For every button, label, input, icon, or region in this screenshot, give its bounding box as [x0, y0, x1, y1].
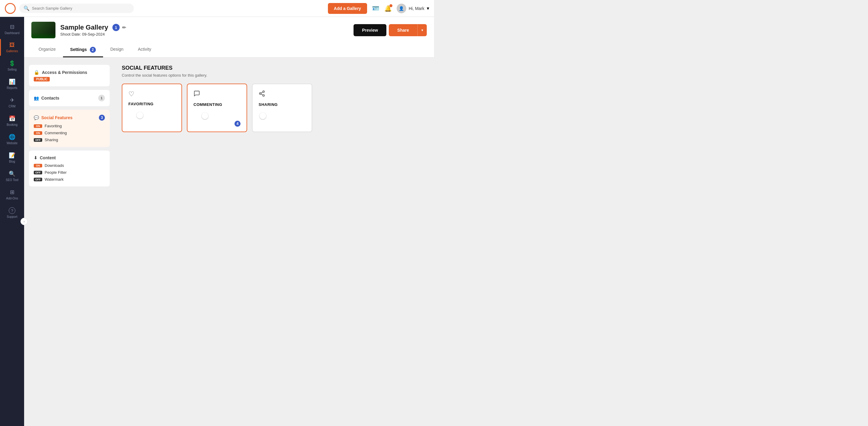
gallery-title-row: Sample Gallery 1 ✏ Shoot Date: 09-Sep-20…: [31, 22, 427, 38]
app-logo[interactable]: [5, 3, 16, 14]
watermark-label: Watermark: [44, 177, 64, 181]
sidebar-item-selling[interactable]: 💲 Selling: [0, 57, 24, 74]
info-icon: 🪪: [372, 5, 379, 12]
contacts-section-header: 👥 Contacts 1: [34, 95, 105, 102]
commenting-card: COMMENTING 4: [187, 84, 247, 132]
social-item-favoriting: ON Favoriting: [34, 124, 105, 128]
heart-icon: ♡: [128, 90, 134, 98]
sidebar-item-dashboard[interactable]: ⊟ Dashboard: [0, 21, 24, 38]
sidebar-label-support: Support: [7, 215, 17, 219]
sidebar-item-website[interactable]: 🌐 Website: [0, 131, 24, 148]
commenting-label: Commenting: [44, 131, 67, 135]
galleries-icon: 🖼: [9, 42, 15, 48]
access-permissions-card[interactable]: 🔒 Access & Permissions PUBLIC: [29, 65, 110, 86]
social-item-sharing: OFF Sharing: [34, 138, 105, 142]
sidebar-label-crm: CRM: [9, 105, 16, 108]
sidebar-item-booking[interactable]: 📅 Booking: [0, 112, 24, 130]
top-nav-right: Add a Gallery 🪪 🔔 👤 Hi, Mark ▾: [328, 3, 429, 14]
downloads-badge: ON: [34, 164, 42, 167]
sidebar-item-blog[interactable]: 📝 Blog: [0, 149, 24, 166]
addons-icon: ⊞: [10, 189, 14, 196]
content-section-header: ⬇ Content: [34, 155, 105, 160]
contacts-count: 1: [98, 95, 105, 102]
share-button[interactable]: Share: [389, 24, 417, 36]
tab-settings[interactable]: Settings 2: [63, 43, 103, 57]
sidebar-item-seo[interactable]: 🔍 SEO Tool: [0, 167, 24, 184]
social-features-items: ON Favoriting ON Commenting OFF Sharing: [34, 124, 105, 142]
tab-organize[interactable]: Organize: [31, 43, 63, 57]
main-layout: ⊟ Dashboard 🖼 Galleries 💲 Selling 📊 Repo…: [0, 17, 434, 426]
reports-icon: 📊: [9, 79, 16, 85]
user-menu[interactable]: 👤 Hi, Mark ▾: [397, 4, 429, 13]
social-features-section: SOCIAL FEATURES Control the social featu…: [122, 65, 427, 132]
contacts-card[interactable]: 👥 Contacts 1: [29, 90, 110, 106]
sharing-name: SHARING: [258, 102, 278, 107]
search-input[interactable]: [32, 6, 130, 10]
notifications-button[interactable]: 🔔: [384, 5, 392, 12]
tab-activity[interactable]: Activity: [131, 43, 158, 57]
add-gallery-button[interactable]: Add a Gallery: [328, 3, 367, 14]
people-filter-label: People Filter: [44, 170, 67, 175]
sidebar-item-reports[interactable]: 📊 Reports: [0, 76, 24, 93]
sidebar-label-booking: Booking: [7, 123, 18, 126]
sidebar: ⊟ Dashboard 🖼 Galleries 💲 Selling 📊 Repo…: [0, 17, 24, 426]
preview-button[interactable]: Preview: [353, 24, 386, 36]
commenting-badge: ON: [34, 131, 42, 135]
shoot-date: Shoot Date: 09-Sep-2024: [60, 32, 126, 36]
favoriting-badge: ON: [34, 124, 42, 128]
selling-icon: 💲: [9, 60, 16, 67]
sidebar-item-crm[interactable]: ✈ CRM: [0, 94, 24, 111]
sidebar-label-galleries: Galleries: [6, 50, 18, 53]
search-bar[interactable]: 🔍: [19, 4, 134, 13]
public-badge: PUBLIC: [34, 77, 50, 82]
content-card[interactable]: ⬇ Content ON Downloads OFF People Filter: [29, 150, 110, 187]
sidebar-collapse-button[interactable]: ›: [21, 218, 28, 225]
content-section-title: ⬇ Content: [34, 155, 56, 160]
sidebar-item-support[interactable]: ? Support: [0, 204, 24, 222]
sidebar-item-addons[interactable]: ⊞ Add-Ons: [0, 186, 24, 203]
website-icon: 🌐: [9, 134, 16, 140]
content-item-people-filter: OFF People Filter: [34, 170, 105, 175]
sidebar-label-blog: Blog: [9, 160, 15, 163]
contacts-icon: 👥: [34, 96, 39, 101]
svg-line-3: [261, 94, 263, 95]
step-circle-1: 1: [113, 24, 120, 31]
gallery-title-text: Sample Gallery 1 ✏ Shoot Date: 09-Sep-20…: [60, 24, 126, 36]
access-section-title: 🔒 Access & Permissions: [34, 70, 87, 75]
seo-icon: 🔍: [9, 170, 16, 177]
sidebar-item-galleries[interactable]: 🖼 Galleries: [0, 39, 24, 56]
share-dropdown-button[interactable]: ▾: [417, 24, 427, 36]
booking-icon: 📅: [9, 115, 16, 122]
tab-design[interactable]: Design: [103, 43, 131, 57]
step-circle-2: 2: [90, 47, 96, 53]
features-grid: ♡ FAVORITING: [122, 84, 427, 132]
social-section-header: 💬 Social Features 3: [34, 115, 105, 121]
info-button[interactable]: 🪪: [372, 5, 379, 12]
edit-icon[interactable]: ✏: [122, 25, 126, 30]
download-icon: ⬇: [34, 155, 37, 160]
support-icon: ?: [9, 207, 16, 214]
watermark-badge: OFF: [34, 178, 42, 181]
downloads-label: Downloads: [44, 163, 64, 168]
social-features-heading: SOCIAL FEATURES: [122, 65, 427, 71]
svg-line-4: [261, 92, 263, 93]
top-navigation: 🔍 Add a Gallery 🪪 🔔 👤 Hi, Mark ▾: [0, 0, 434, 17]
settings-sidebar: 🔒 Access & Permissions PUBLIC 👥 Contacts: [24, 58, 115, 426]
content-items: ON Downloads OFF People Filter OFF Water…: [34, 163, 105, 181]
social-item-commenting: ON Commenting: [34, 131, 105, 135]
gallery-actions: Preview Share ▾: [353, 24, 427, 36]
content-item-watermark: OFF Watermark: [34, 177, 105, 181]
people-filter-badge: OFF: [34, 171, 42, 174]
social-icon: 💬: [34, 115, 39, 120]
sharing-badge: OFF: [34, 138, 42, 142]
social-features-card[interactable]: 💬 Social Features 3 ON Favoriting ON Com…: [29, 110, 110, 147]
crm-icon: ✈: [10, 97, 14, 104]
comment-icon: [193, 90, 200, 98]
lock-icon: 🔒: [34, 70, 39, 75]
step-circle-4: 4: [235, 121, 241, 127]
content-area: Sample Gallery 1 ✏ Shoot Date: 09-Sep-20…: [24, 17, 434, 426]
blog-icon: 📝: [9, 152, 16, 159]
favoriting-name: FAVORITING: [128, 102, 153, 106]
favoriting-label: Favoriting: [44, 124, 62, 128]
step-circle-3: 3: [99, 115, 105, 121]
